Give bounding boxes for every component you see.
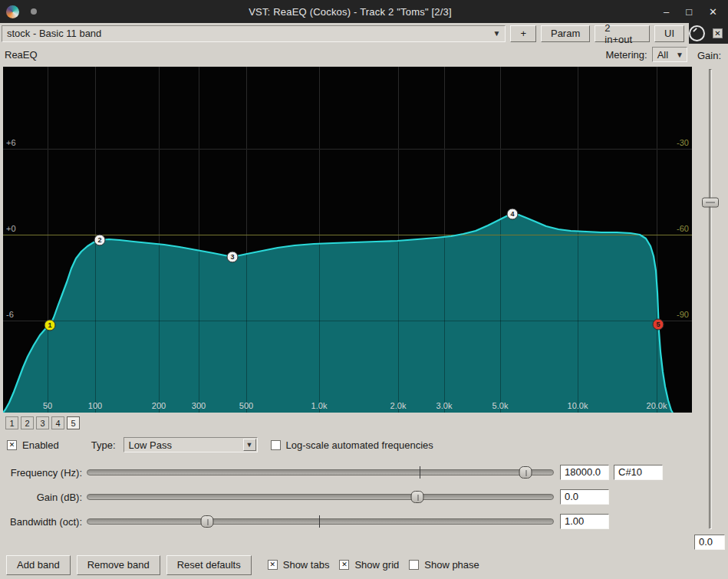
plugin-toolbar: stock - Basic 11 band ▼ + Param 2 in+out… bbox=[0, 23, 728, 44]
eq-graph[interactable]: 501002003005001.0k2.0k3.0k5.0k10.0k20.0k… bbox=[3, 67, 692, 413]
band-gain-slider-track bbox=[87, 494, 554, 500]
ui-button[interactable]: UI bbox=[654, 25, 684, 42]
chevron-down-icon: ▼ bbox=[676, 51, 684, 59]
output-gain-slider[interactable] bbox=[693, 69, 728, 529]
output-gain-column: 0.0 bbox=[693, 65, 728, 556]
svg-text:5: 5 bbox=[656, 321, 660, 328]
bandwidth-slider-thumb[interactable] bbox=[201, 515, 214, 528]
filter-type-dropdown[interactable]: Low Pass ▼ bbox=[124, 437, 258, 452]
window-menu-dot-icon bbox=[31, 8, 37, 15]
show-tabs-checkbox[interactable]: ✕ bbox=[268, 560, 278, 570]
metering-dropdown[interactable]: All ▼ bbox=[652, 47, 687, 62]
tab-band-3[interactable]: 3 bbox=[36, 416, 49, 429]
frequency-slider[interactable] bbox=[87, 466, 554, 479]
tab-band-5[interactable]: 5 bbox=[67, 416, 80, 429]
freq-axis-label: 100 bbox=[88, 401, 102, 410]
footer-bar: Add band Remove band Reset defaults ✕ Sh… bbox=[0, 551, 728, 579]
titlebar: VST: ReaEQ (Cockos) - Track 2 "Toms" [2/… bbox=[0, 0, 728, 23]
io-button[interactable]: 2 in+out bbox=[595, 25, 650, 42]
frequency-slider-thumb[interactable] bbox=[519, 466, 532, 479]
band-marker-2[interactable]: 2 bbox=[94, 235, 105, 245]
frequency-row: Frequency (Hz): 18000.0 C#10 bbox=[0, 463, 692, 482]
freq-axis-label: 300 bbox=[192, 401, 206, 410]
plugin-subheader: ReaEQ Metering: All ▼ bbox=[0, 44, 692, 65]
bypass-checkbox[interactable]: ✕ bbox=[713, 28, 723, 38]
band-gain-slider-thumb[interactable] bbox=[411, 491, 424, 503]
output-gain-thumb[interactable] bbox=[702, 198, 719, 208]
band-marker-5[interactable]: 5 bbox=[653, 319, 664, 330]
band-tabs: 1 2 3 4 5 bbox=[5, 416, 80, 429]
bandwidth-slider-tick bbox=[319, 515, 320, 528]
show-phase-checkbox[interactable] bbox=[409, 560, 419, 570]
freq-axis-label: 50 bbox=[43, 401, 52, 410]
band-gain-slider[interactable] bbox=[87, 490, 554, 504]
show-tabs-label: Show tabs bbox=[283, 559, 330, 571]
log-scale-checkbox[interactable] bbox=[271, 440, 281, 450]
show-grid-checkbox[interactable]: ✕ bbox=[339, 560, 349, 570]
db-axis-label-right: -60 bbox=[677, 224, 689, 233]
freq-axis-label: 1.0k bbox=[311, 401, 328, 410]
metering-label: Metering: bbox=[605, 49, 647, 61]
svg-text:1: 1 bbox=[48, 321, 51, 329]
remove-band-button[interactable]: Remove band bbox=[77, 555, 160, 575]
type-label: Type: bbox=[91, 439, 116, 451]
tab-band-4[interactable]: 4 bbox=[51, 416, 64, 429]
freq-axis-label: 3.0k bbox=[436, 401, 453, 410]
svg-text:4: 4 bbox=[510, 210, 514, 218]
freq-axis-label: 20.0k bbox=[647, 401, 667, 410]
add-band-button[interactable]: Add band bbox=[6, 555, 71, 575]
reaper-logo-icon bbox=[6, 5, 19, 18]
svg-text:3: 3 bbox=[230, 253, 234, 261]
param-button[interactable]: Param bbox=[541, 25, 590, 42]
freq-axis-label: 5.0k bbox=[492, 401, 509, 410]
tab-band-2[interactable]: 2 bbox=[21, 416, 34, 429]
band-marker-4[interactable]: 4 bbox=[507, 209, 518, 219]
band-marker-1[interactable]: 1 bbox=[44, 320, 55, 331]
preset-dropdown[interactable]: stock - Basic 11 band ▼ bbox=[2, 25, 506, 42]
gain-row: Gain (dB): 0.0 bbox=[0, 488, 692, 506]
chevron-down-icon: ▼ bbox=[243, 439, 256, 451]
bandwidth-row: Bandwidth (oct): 1.00 bbox=[0, 512, 692, 531]
frequency-note-value[interactable]: C#10 bbox=[614, 465, 663, 480]
frequency-slider-track bbox=[87, 469, 554, 475]
svg-text:2: 2 bbox=[97, 236, 101, 244]
enabled-checkbox[interactable]: ✕ bbox=[7, 440, 17, 450]
bandwidth-label: Bandwidth (oct): bbox=[0, 516, 87, 528]
freq-axis-label: 200 bbox=[152, 401, 166, 410]
toolbar-dark-corner: ✕ bbox=[689, 23, 728, 44]
db-axis-label-left: +0 bbox=[6, 224, 16, 233]
metering-value: All bbox=[657, 49, 668, 61]
log-scale-label: Log-scale automated frequencies bbox=[286, 439, 433, 451]
tab-band-1[interactable]: 1 bbox=[5, 416, 18, 429]
frequency-value[interactable]: 18000.0 bbox=[560, 465, 609, 480]
band-marker-3[interactable]: 3 bbox=[227, 252, 238, 262]
minimize-icon[interactable]: – bbox=[664, 6, 669, 18]
wet-dry-knob[interactable] bbox=[689, 25, 705, 41]
bandwidth-value[interactable]: 1.00 bbox=[560, 514, 609, 529]
bandwidth-slider-track bbox=[87, 518, 554, 525]
add-preset-button[interactable]: + bbox=[510, 25, 536, 42]
freq-axis-label: 500 bbox=[239, 401, 253, 410]
freq-axis-label: 2.0k bbox=[390, 401, 407, 410]
vst-plugin-window: VST: ReaEQ (Cockos) - Track 2 "Toms" [2/… bbox=[0, 0, 728, 579]
plugin-name-label: ReaEQ bbox=[5, 49, 38, 61]
output-gain-value[interactable]: 0.0 bbox=[694, 535, 725, 550]
reset-defaults-button[interactable]: Reset defaults bbox=[166, 555, 252, 575]
db-axis-label-right: -90 bbox=[677, 310, 689, 319]
band-gain-label: Gain (dB): bbox=[0, 492, 87, 503]
output-gain-track bbox=[709, 69, 712, 529]
db-axis-label-left: +6 bbox=[6, 138, 16, 147]
db-axis-label-left: -6 bbox=[6, 310, 14, 319]
maximize-icon[interactable]: □ bbox=[686, 6, 692, 18]
close-icon[interactable]: ✕ bbox=[709, 6, 717, 18]
bandwidth-slider[interactable] bbox=[87, 515, 554, 528]
band-controls-row: ✕ Enabled Type: Low Pass ▼ Log-scale aut… bbox=[7, 437, 433, 452]
preset-value: stock - Basic 11 band bbox=[7, 28, 101, 39]
frequency-slider-tick bbox=[420, 466, 420, 479]
band-gain-value[interactable]: 0.0 bbox=[560, 489, 609, 505]
chevron-down-icon: ▼ bbox=[492, 29, 500, 38]
window-title: VST: ReaEQ (Cockos) - Track 2 "Toms" [2/… bbox=[37, 6, 664, 18]
filter-type-value: Low Pass bbox=[129, 439, 172, 451]
enabled-label: Enabled bbox=[22, 439, 59, 451]
frequency-label: Frequency (Hz): bbox=[0, 467, 87, 479]
